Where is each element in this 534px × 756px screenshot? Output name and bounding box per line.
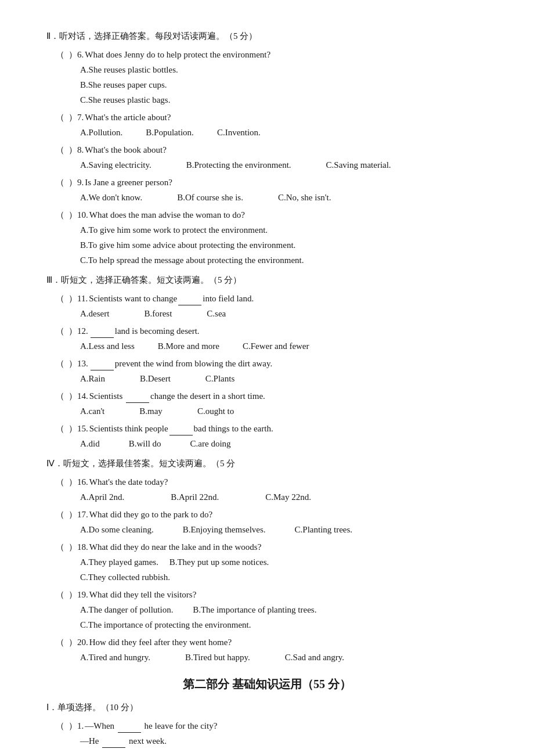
- q18-text: What did they do near the lake and in th…: [89, 540, 262, 554]
- q13-num: ）13.: [68, 357, 88, 370]
- q19-text: What did they tell the visitors?: [89, 588, 197, 602]
- q8-bracket: （: [52, 143, 67, 157]
- q18-opt-ab: A.They played games. B.They put up some …: [52, 555, 488, 569]
- q-s1-num: ）1.: [68, 719, 84, 733]
- q13-bracket: （: [52, 357, 67, 370]
- question-9: （ ）9. Is Jane a greener person? A.We don…: [46, 175, 488, 204]
- question-17: （ ）17. What did they go to the park to d…: [46, 507, 488, 537]
- section-3-header: Ⅲ．听短文，选择正确答案。短文读两遍。（5 分）: [46, 273, 488, 287]
- q9-options: A.We don't know. B.Of course she is. C.N…: [52, 190, 488, 204]
- q20-bracket: （: [52, 635, 67, 649]
- q18-num: ）18.: [68, 540, 88, 554]
- q10-text: What does the man advise the woman to do…: [89, 208, 245, 222]
- question-10: （ ）10. What does the man advise the woma…: [46, 208, 488, 267]
- q9-bracket: （: [52, 175, 67, 189]
- q10-opt-b: B.To give him some advice about protecti…: [52, 238, 488, 252]
- q7-bracket: （: [52, 110, 67, 124]
- q7-options: A.Pollution. B.Population. C.Invention.: [52, 125, 488, 139]
- q11-bracket: （: [52, 291, 67, 305]
- question-14: （ ）14. Scientists change the desert in a…: [46, 389, 488, 418]
- q12-options: A.Less and less B.More and more C.Fewer …: [52, 339, 488, 353]
- section-divider: 第二部分 基础知识运用（55 分）: [46, 675, 488, 693]
- q15-num: ）15.: [68, 422, 88, 435]
- q15-options: A.did B.will do C.are doing: [52, 437, 488, 451]
- q17-bracket: （: [52, 507, 67, 521]
- q14-bracket: （: [52, 389, 67, 403]
- q14-num: ）14.: [68, 389, 88, 403]
- question-6: （ ）6. What does Jenny do to help protect…: [46, 48, 488, 107]
- q15-bracket: （: [52, 422, 67, 435]
- q12-num: ）12.: [68, 324, 88, 338]
- q20-num: ）20.: [68, 635, 88, 649]
- q16-text: What's the date today?: [89, 475, 168, 489]
- q20-text: How did they feel after they went home?: [89, 635, 232, 649]
- q16-bracket: （: [52, 475, 67, 489]
- q16-options: A.April 2nd. B.April 22nd. C.May 22nd.: [52, 490, 488, 504]
- question-15: （ ）15. Scientists think peoplebad things…: [46, 422, 488, 451]
- q-s1-text: —When he leave for the city?: [85, 719, 217, 733]
- q10-num: ）10.: [68, 208, 88, 222]
- q13-text: prevent the wind from blowing the dirt a…: [89, 357, 272, 370]
- question-s1: （ ）1. —When he leave for the city? —He n…: [46, 719, 488, 748]
- q13-options: A.Rain B.Desert C.Plants: [52, 372, 488, 386]
- q19-bracket: （: [52, 588, 67, 602]
- q19-opt-ab: A.The danger of pollution. B.The importa…: [52, 603, 488, 617]
- q20-options: A.Tired and hungry. B.Tired but happy. C…: [52, 650, 488, 664]
- q12-bracket: （: [52, 324, 67, 338]
- question-7: （ ）7. What's the article about? A.Pollut…: [46, 110, 488, 139]
- section-6-header: Ⅰ．单项选择。（10 分）: [46, 700, 488, 714]
- q6-bracket: （: [52, 48, 67, 62]
- q11-num: ）11.: [68, 291, 88, 305]
- q17-num: ）17.: [68, 507, 88, 521]
- q6-opt-c: C.She reuses plastic bags.: [52, 93, 488, 107]
- q7-num: ）7.: [68, 110, 84, 124]
- q6-opt-a: A.She reuses plastic bottles.: [52, 63, 488, 77]
- q18-opt-c: C.They collected rubbish.: [52, 570, 488, 584]
- q19-opt-c: C.The importance of protecting the envir…: [52, 618, 488, 632]
- q11-text: Scientists want to changeinto field land…: [89, 291, 254, 305]
- q17-options: A.Do some cleaning. B.Enjoying themselve…: [52, 523, 488, 537]
- question-12: （ ）12. land is becoming desert. A.Less a…: [46, 324, 488, 353]
- q6-text: What does Jenny do to help protect the e…: [85, 48, 270, 62]
- section-2-header: Ⅱ．听对话，选择正确答案。每段对话读两遍。（5 分）: [46, 29, 488, 43]
- q10-opt-a: A.To give him some work to protect the e…: [52, 223, 488, 237]
- q10-opt-c: C.To help spread the message about prote…: [52, 253, 488, 267]
- q18-bracket: （: [52, 540, 67, 554]
- question-18: （ ）18. What did they do near the lake an…: [46, 540, 488, 584]
- question-13: （ ）13. prevent the wind from blowing the…: [46, 357, 488, 386]
- q7-text: What's the article about?: [85, 110, 171, 124]
- q6-num: ）6.: [68, 48, 84, 62]
- question-20: （ ）20. How did they feel after they went…: [46, 635, 488, 664]
- q6-opt-b: B.She reuses paper cups.: [52, 78, 488, 92]
- question-19: （ ）19. What did they tell the visitors? …: [46, 588, 488, 632]
- q-s1-bracket: （: [52, 719, 67, 733]
- q9-num: ）9.: [68, 175, 84, 189]
- section-4-header: Ⅳ．听短文，选择最佳答案。短文读两遍。（5 分: [46, 456, 488, 470]
- q14-options: A.can't B.may C.ought to: [52, 404, 488, 418]
- q9-text: Is Jane a greener person?: [85, 175, 172, 189]
- q16-num: ）16.: [68, 475, 88, 489]
- q8-text: What's the book about?: [85, 143, 167, 157]
- q8-num: ）8.: [68, 143, 84, 157]
- q10-bracket: （: [52, 208, 67, 222]
- q14-text: Scientists change the desert in a short …: [89, 389, 265, 403]
- question-8: （ ）8. What's the book about? A.Saving el…: [46, 143, 488, 172]
- q8-options: A.Saving electricity. B.Protecting the e…: [52, 158, 488, 172]
- question-16: （ ）16. What's the date today? A.April 2n…: [46, 475, 488, 504]
- q19-num: ）19.: [68, 588, 88, 602]
- q11-options: A.desert B.forest C.sea: [52, 307, 488, 321]
- question-11: （ ）11. Scientists want to changeinto fie…: [46, 291, 488, 321]
- q15-text: Scientists think peoplebad things to the…: [89, 422, 273, 435]
- q17-text: What did they go to the park to do?: [89, 507, 212, 521]
- q12-text: land is becoming desert.: [89, 324, 200, 338]
- q-s1-sub: —He next week.: [52, 734, 488, 748]
